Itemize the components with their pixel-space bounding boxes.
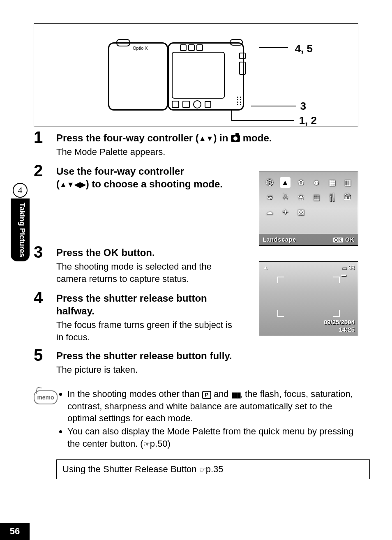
capture-preview-screenshot: ▲ ▭ 38▬ 09/25/2004 14:25 [259, 261, 358, 336]
chapter-tab: 4 Taking Pictures [12, 183, 29, 261]
step-1: 1 Press the four-way controller (▲▼) in … [34, 129, 357, 158]
mode-palette-screenshot: Ⓟ ▲ ✿ ☻ ▦ ▥ ≋ ☃ ❀ ▦ 🍴 🏛 ☁ ✈ ▩ Landscape … [259, 171, 358, 246]
camera-diagram: Optio X 4, 5 3 1, 2 [34, 23, 358, 127]
mode-landscape-icon: ▲ [280, 177, 291, 188]
callout-12: 1, 2 [299, 114, 317, 127]
memo-item-1: In the shooting modes other than P and ▮… [67, 388, 357, 425]
steps: 1 Press the four-way controller (▲▼) in … [34, 127, 357, 376]
chapter-title: Taking Pictures [11, 198, 30, 261]
capture-time: 14:25 [339, 326, 355, 333]
mode-panorama-icon: ▥ [342, 177, 353, 188]
reference-icon: ☞ [143, 440, 150, 448]
remaining-count: 38 [348, 264, 355, 271]
cross-reference-box: Using the Shutter Release Button ☞p.35 [56, 459, 370, 479]
reference-icon: ☞ [199, 466, 206, 474]
mode-surf-icon: ≋ [264, 192, 275, 203]
mode-label: Landscape [263, 236, 296, 243]
camera-brand-label: Optio X [133, 46, 148, 51]
callout-3: 3 [300, 100, 306, 113]
mode-food-icon: 🍴 [327, 192, 337, 203]
mode-sport-icon: ✈ [280, 207, 291, 217]
chapter-number: 4 [13, 183, 28, 198]
camera-mode-icon [231, 135, 240, 142]
memo-note: memo In the shooting modes other than P … [34, 388, 357, 450]
mode-program-icon: Ⓟ [264, 177, 275, 188]
camera-illustration: Optio X [108, 36, 248, 110]
capture-date: 09/25/2004 [324, 318, 355, 325]
mode-cloud-icon: ☁ [264, 207, 275, 217]
mode-flower-icon: ✿ [295, 177, 306, 188]
panorama-icon: ▮▮▮ [231, 390, 240, 400]
mode-museum-icon: 🏛 [342, 192, 353, 203]
mode-indicator-icon: ▲ [263, 264, 268, 277]
step-5: 5 Press the shutter release button fully… [34, 347, 357, 376]
memo-item-2: You can also display the Mode Palette fr… [67, 425, 357, 450]
mode-self-icon: ▦ [311, 192, 322, 203]
mode-snow-icon: ☃ [280, 192, 291, 203]
mode-portrait-icon: ☻ [311, 177, 322, 188]
memo-icon: memo [34, 388, 58, 404]
mode-soft-icon: ❀ [295, 192, 306, 203]
callout-45: 4, 5 [295, 42, 313, 55]
mode-fireworks-icon: ▩ [295, 207, 306, 217]
mode-frame-icon: ▦ [327, 177, 337, 188]
page-number: 56 [0, 523, 30, 540]
